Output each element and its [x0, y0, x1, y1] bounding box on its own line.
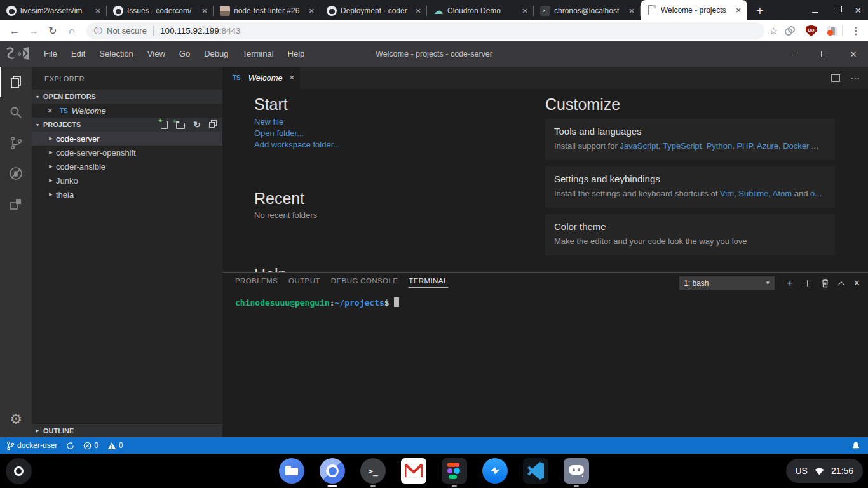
menu-help[interactable]: Help — [281, 41, 312, 67]
terminal-app-icon[interactable]: >_ — [360, 458, 386, 484]
menu-view[interactable]: View — [140, 41, 172, 67]
twisty-collapsed-icon[interactable]: ▶ — [46, 164, 56, 169]
browser-tab[interactable]: livesim2/assets/im ✕ — [0, 1, 107, 20]
tab-debug-console[interactable]: DEBUG CONSOLE — [331, 277, 398, 288]
menu-selection[interactable]: Selection — [92, 41, 140, 67]
tab-close-icon[interactable]: ✕ — [733, 6, 743, 15]
kill-terminal-icon[interactable] — [821, 278, 829, 288]
folder-item-junko[interactable]: ▶ Junko — [32, 173, 222, 187]
menu-terminal[interactable]: Terminal — [235, 41, 280, 67]
twisty-expanded-icon[interactable]: ▼ — [32, 123, 43, 127]
tab-close-icon[interactable]: ✕ — [520, 7, 530, 15]
chromium-app-icon[interactable] — [320, 458, 345, 484]
extension-cogs-icon[interactable] — [784, 25, 796, 37]
browser-tab[interactable]: node-test-linter #26 ✕ — [214, 1, 320, 20]
editor-tab-close-icon[interactable]: ✕ — [289, 74, 295, 82]
settings-keybindings-card[interactable]: Settings and keybindings Install the set… — [545, 166, 835, 208]
twisty-collapsed-icon[interactable]: ▶ — [32, 428, 43, 433]
color-theme-card[interactable]: Color theme Make the editor and your cod… — [545, 214, 835, 255]
folder-item-code-server-openshift[interactable]: ▶ code-server-openshift — [32, 146, 222, 159]
git-branch-item[interactable]: docker-user — [6, 441, 57, 451]
browser-tab[interactable]: Issues · codercom/ ✕ — [107, 1, 214, 20]
address-bar[interactable]: ⓘ Not secure 100.115.92.199 :8443 — [86, 22, 764, 39]
back-button[interactable]: ← — [5, 25, 24, 37]
discord-app-icon[interactable] — [564, 458, 589, 484]
errors-item[interactable]: 0 — [83, 441, 98, 450]
search-icon[interactable] — [0, 97, 32, 128]
launcher-button[interactable] — [6, 458, 32, 484]
inline-link[interactable]: o... — [810, 189, 822, 198]
maximize-panel-icon[interactable] — [837, 281, 844, 288]
new-file-icon[interactable] — [161, 121, 168, 129]
gmail-app-icon[interactable] — [401, 458, 426, 484]
extension-door-icon[interactable] — [827, 26, 837, 36]
terminal-prompt[interactable]: chinodesuuu@penguin:~/projects$ — [235, 297, 399, 308]
browser-tab[interactable]: Deployment · coder ✕ — [320, 1, 427, 20]
folder-item-code-server[interactable]: ▶ code-server — [32, 132, 222, 146]
tools-languages-card[interactable]: Tools and languages Install support for … — [545, 119, 835, 160]
close-panel-icon[interactable]: ✕ — [853, 278, 860, 288]
editor-tab-welcome[interactable]: TS Welcome ✕ — [222, 67, 300, 89]
more-actions-icon[interactable]: ⋯ — [850, 72, 860, 84]
open-editors-header[interactable]: ▼ OPEN EDITORS — [32, 90, 222, 104]
sync-item[interactable] — [66, 442, 74, 450]
reload-button[interactable]: ↻ — [43, 25, 62, 37]
browser-minimize-button[interactable] — [812, 12, 818, 13]
folder-item-coder-ansible[interactable]: ▶ coder-ansible — [32, 159, 222, 173]
bookmark-star-icon[interactable]: ☆ — [770, 25, 778, 37]
source-control-icon[interactable] — [0, 128, 32, 158]
twisty-collapsed-icon[interactable]: ▶ — [46, 150, 56, 155]
browser-tab[interactable]: ☁ Cloudron Demo ✕ — [427, 1, 534, 20]
tab-close-icon[interactable]: ✕ — [413, 7, 423, 15]
menu-edit[interactable]: Edit — [64, 41, 92, 67]
figma-app-icon[interactable] — [442, 458, 467, 484]
new-folder-icon[interactable] — [176, 123, 185, 129]
menu-file[interactable]: File — [37, 41, 64, 67]
open-editor-item[interactable]: ✕ TS Welcome — [32, 104, 222, 118]
extensions-icon[interactable] — [0, 189, 32, 219]
browser-tab-active[interactable]: Welcome - projects ✕ — [641, 0, 747, 20]
outline-header[interactable]: ▶ OUTLINE — [32, 423, 222, 437]
tab-close-icon[interactable]: ✕ — [93, 7, 103, 15]
warnings-item[interactable]: 0 — [107, 441, 123, 450]
tab-close-icon[interactable]: ✕ — [627, 7, 637, 15]
refresh-explorer-icon[interactable]: ↻ — [193, 120, 201, 129]
vscode-close-button[interactable]: ✕ — [839, 41, 868, 67]
settings-gear-icon[interactable]: ⚙ — [0, 407, 32, 432]
messenger-app-icon[interactable] — [482, 458, 508, 484]
tab-close-icon[interactable]: ✕ — [200, 7, 210, 15]
twisty-expanded-icon[interactable]: ▼ — [32, 95, 43, 99]
open-folder-link[interactable]: Open folder... — [254, 128, 340, 139]
new-terminal-icon[interactable]: + — [787, 278, 793, 288]
split-editor-icon[interactable] — [831, 74, 840, 82]
debug-icon[interactable] — [0, 158, 32, 189]
files-app-icon[interactable] — [279, 458, 304, 484]
new-file-link[interactable]: New file — [254, 116, 340, 128]
forward-button[interactable]: → — [24, 25, 43, 37]
inline-link[interactable]: Python — [707, 141, 732, 151]
inline-link[interactable]: TypeScript — [663, 141, 702, 151]
inline-link[interactable]: Sublime — [738, 189, 768, 198]
projects-header[interactable]: ▼ PROJECTS ↻ — [32, 118, 222, 132]
menu-go[interactable]: Go — [172, 41, 197, 67]
collapse-folders-icon[interactable] — [209, 122, 215, 128]
tab-close-icon[interactable]: ✕ — [306, 7, 316, 15]
inline-link[interactable]: Docker — [783, 141, 809, 151]
notifications-bell-icon[interactable] — [851, 437, 860, 454]
inline-link[interactable]: Atom — [773, 189, 792, 198]
system-tray[interactable]: US 21:56 — [786, 459, 864, 483]
browser-tab[interactable]: >_ chronos@localhost ✕ — [534, 1, 641, 20]
inline-link[interactable]: JavaScript — [620, 141, 658, 151]
tab-problems[interactable]: PROBLEMS — [235, 277, 278, 288]
explorer-icon[interactable] — [0, 67, 32, 97]
add-workspace-folder-link[interactable]: Add workspace folder... — [254, 139, 340, 151]
terminal-select[interactable]: 1: bash ▼ — [679, 276, 775, 290]
folder-item-theia[interactable]: ▶ theia — [32, 187, 222, 201]
ublock-extension-icon[interactable]: UO — [806, 25, 817, 37]
tab-terminal[interactable]: TERMINAL — [409, 277, 447, 288]
vscode-minimize-button[interactable]: – — [780, 41, 810, 67]
twisty-collapsed-icon[interactable]: ▶ — [46, 192, 56, 197]
browser-menu-icon[interactable]: ⋮ — [849, 25, 863, 37]
twisty-collapsed-icon[interactable]: ▶ — [46, 136, 56, 141]
inline-link[interactable]: PHP — [736, 141, 752, 151]
